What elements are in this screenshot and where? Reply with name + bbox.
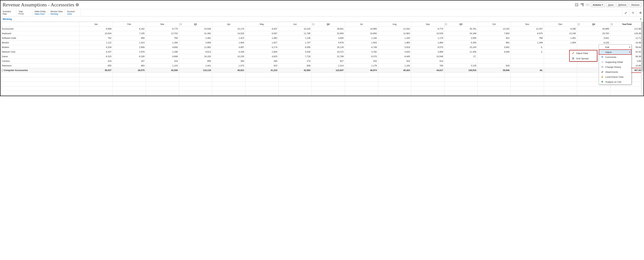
grid-cell[interactable]: 157 [112, 59, 146, 63]
grid-cell[interactable]: 1,864 [411, 40, 444, 45]
grid-cell[interactable] [478, 82, 511, 86]
row-header[interactable]: Monitor [1, 40, 80, 45]
pov-value[interactable]: Units [67, 13, 78, 15]
grid-cell[interactable] [345, 77, 378, 82]
grid-cell[interactable]: 253 [345, 59, 378, 63]
grid-cell[interactable]: 4,204 [79, 45, 112, 50]
grid-cell[interactable]: 414 [411, 59, 444, 63]
grid-cell[interactable] [478, 91, 511, 96]
grid-cell[interactable]: 31,233 [245, 68, 278, 73]
grid-cell[interactable]: 136,915 [444, 68, 478, 73]
grid-cell[interactable]: 1,604 [212, 40, 245, 45]
grid-cell[interactable] [212, 91, 245, 96]
grid-cell[interactable]: 1,122 [79, 40, 112, 45]
row-header[interactable]: Camera [1, 59, 80, 63]
grid-cell[interactable]: 18,368 [610, 40, 644, 45]
grid-cell[interactable] [79, 77, 112, 82]
menu-item-analyze-on-cell[interactable]: Analyze on Cell [599, 79, 631, 84]
grid-cell[interactable] [444, 59, 478, 63]
grid-cell[interactable] [345, 73, 378, 77]
grid-cell[interactable] [112, 91, 146, 96]
grid-cell[interactable]: 3,919 [378, 45, 411, 50]
grid-cell[interactable] [278, 82, 312, 86]
grid-cell[interactable] [146, 86, 179, 91]
grid-cell[interactable]: 10,372 [312, 50, 345, 54]
grid-cell[interactable]: 6,587 [245, 31, 278, 36]
grid-cell[interactable] [511, 77, 544, 82]
grid-cell[interactable] [378, 86, 411, 91]
grid-cell[interactable]: 762 [79, 36, 112, 40]
grid-cell[interactable]: 24,203 [179, 54, 212, 59]
row-header[interactable]: Modem [1, 45, 80, 50]
grid-cell[interactable] [179, 86, 212, 91]
grid-cell[interactable]: 34,869 [577, 27, 610, 31]
grid-cell[interactable] [444, 86, 478, 91]
grid-cell[interactable] [544, 63, 577, 68]
pov-edit-icon[interactable] [622, 9, 629, 16]
grid-cell[interactable]: 8,445 [378, 54, 411, 59]
grid-cell[interactable]: 1,423 [212, 36, 245, 40]
grid-cell[interactable] [511, 91, 544, 96]
grid-cell[interactable]: 110,118 [179, 68, 212, 73]
grid-cell[interactable] [444, 91, 478, 96]
grid-cell[interactable]: 5,350 [444, 40, 478, 45]
data-grid[interactable]: JanFebMar-Q1AprMayJun-Q2JulAugSep-Q3OctN… [0, 22, 644, 96]
grid-cell[interactable] [179, 82, 212, 86]
pov-cell-sales-entity[interactable]: Sales EntitySales East [32, 9, 48, 16]
grid-cell[interactable]: 28,801 [312, 27, 345, 31]
grid-cell[interactable]: 35,791 [444, 27, 478, 31]
grid-cell[interactable]: 4,600 [146, 45, 179, 50]
grid-cell[interactable] [79, 73, 112, 77]
grid-cell[interactable]: 3,430 [278, 50, 312, 54]
column-header-apr[interactable]: Apr [212, 22, 245, 27]
grid-cell[interactable]: 2,314 [312, 63, 345, 68]
grid-cell[interactable] [278, 91, 312, 96]
grid-cell[interactable]: 4,749 [345, 45, 378, 50]
grid-cell[interactable] [345, 82, 378, 86]
grid-cell[interactable] [378, 82, 411, 86]
grid-cell[interactable]: 4,235 [577, 40, 610, 45]
grid-cell[interactable]: 1,503 [345, 40, 378, 45]
collapse-icon[interactable]: - [578, 23, 580, 25]
grid-cell[interactable]: 11,662 [179, 45, 212, 50]
collapse-icon[interactable]: - [180, 23, 182, 25]
grid-cell[interactable]: 44,617 [411, 68, 444, 73]
collapse-icon[interactable]: - [2, 69, 3, 71]
grid-cell[interactable] [544, 77, 577, 82]
grid-cell[interactable]: 768 [511, 36, 544, 40]
row-header[interactable]: Accessories [1, 27, 80, 31]
cell-context-menu[interactable]: EditAdjustABCCommentsSupporting DetailCh… [599, 44, 632, 84]
grid-cell[interactable]: 1,178 [345, 63, 378, 68]
grid-cell[interactable]: 39,037 [79, 68, 112, 73]
grid-cell[interactable]: 13,703 [146, 31, 179, 36]
grid-cell[interactable] [444, 77, 478, 82]
adjust-submenu[interactable]: Adjust DataGrid Spread [570, 50, 597, 61]
grid-cell[interactable] [478, 54, 511, 59]
column-header-yeartotal[interactable]: -YearTotal [610, 22, 644, 27]
restore-button[interactable]: Restore [629, 3, 641, 7]
pov-value[interactable]: Working [50, 13, 62, 15]
grid-cell[interactable]: 9,688 [146, 54, 179, 59]
grid-cell[interactable]: 7,729 [278, 54, 312, 59]
grid-cell[interactable] [511, 63, 544, 68]
grid-cell[interactable]: 13,245 [544, 31, 577, 36]
menu-item-change-history[interactable]: Change History [599, 64, 631, 69]
vertical-scrollbar[interactable] [641, 22, 644, 96]
grid-cell[interactable]: 294 [245, 59, 278, 63]
grid-cell[interactable]: 959 [112, 36, 146, 40]
grid-cell[interactable] [610, 91, 644, 96]
grid-cell[interactable]: 12,337 [511, 27, 544, 31]
grid-cell[interactable]: 8,775 [146, 27, 179, 31]
grid-cell[interactable]: 12,032 [378, 27, 411, 31]
grid-cell[interactable]: 4,338 [212, 50, 245, 54]
grid-cell[interactable] [245, 73, 278, 77]
grid-cell[interactable] [112, 73, 146, 77]
column-header-jun[interactable]: Jun [278, 22, 312, 27]
grid-cell[interactable] [444, 82, 478, 86]
grid-cell[interactable]: 419 [79, 59, 112, 63]
row-header[interactable]: Television [1, 63, 80, 68]
pov-dock-icon[interactable] [636, 9, 644, 16]
grid-cell[interactable]: 7,663 [478, 31, 511, 36]
save-button[interactable]: Save [606, 3, 615, 7]
grid-cell[interactable] [411, 82, 444, 86]
